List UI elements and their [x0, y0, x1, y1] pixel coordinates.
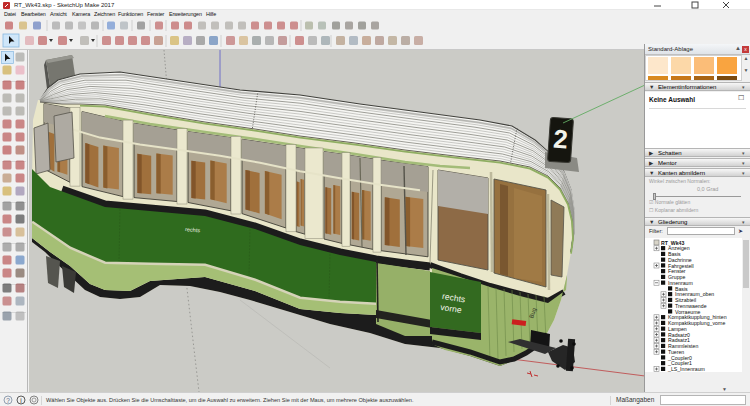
svg-text:2: 2: [552, 124, 569, 155]
svg-text:?: ?: [6, 397, 10, 404]
svg-text:_LS_Innenraum: _LS_Innenraum: [667, 366, 705, 372]
svg-text:i: i: [20, 397, 21, 404]
